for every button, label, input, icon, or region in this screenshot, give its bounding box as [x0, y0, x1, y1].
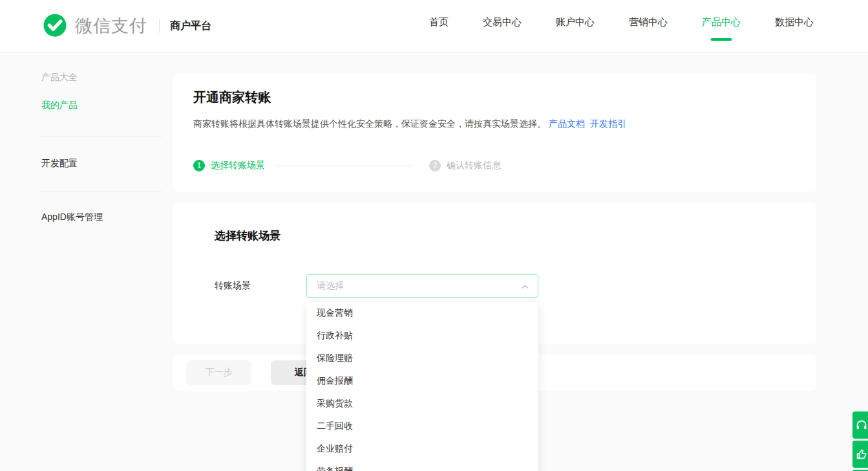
dropdown-option-secondhand[interactable]: 二手回收: [306, 415, 538, 437]
dropdown-option-admin-subsidy[interactable]: 行政补贴: [306, 324, 538, 347]
dropdown-option-enterprise-comp[interactable]: 企业赔付: [306, 437, 538, 460]
dropdown-option-cash-marketing[interactable]: 现金营销: [306, 301, 538, 324]
step-1-label: 选择转账场景: [211, 160, 265, 171]
sidebar-divider: [41, 192, 162, 192]
description-text: 商家转账将根据具体转账场景提供个性化安全策略，保证资金安全，请按真实场景选择。: [193, 118, 546, 129]
brand-divider: [159, 19, 160, 33]
stepper-connector: [274, 166, 414, 166]
step-1-circle: 1: [193, 160, 205, 171]
transfer-scene-label: 转账场景: [215, 280, 306, 292]
sidebar-section-product-catalog[interactable]: 产品大全: [41, 72, 173, 83]
nav-item-transaction-center[interactable]: 交易中心: [483, 16, 522, 28]
dropdown-option-procurement[interactable]: 采购货款: [306, 392, 538, 415]
sidebar-item-my-products[interactable]: 我的产品: [41, 100, 173, 111]
brand-wordmark: 微信支付: [75, 14, 147, 38]
dropdown-option-commission[interactable]: 佣金报酬: [306, 369, 538, 392]
brand: 微信支付 商户平台: [41, 12, 211, 39]
dropdown-option-insurance-claim[interactable]: 保险理赔: [306, 347, 538, 369]
sidebar-divider: [41, 137, 162, 137]
nav-item-marketing-center[interactable]: 营销中心: [629, 16, 668, 28]
feedback-widget[interactable]: [852, 441, 868, 468]
nav-item-data-center[interactable]: 数据中心: [775, 16, 814, 28]
nav-item-account-center[interactable]: 账户中心: [556, 16, 595, 28]
intro-card: 开通商家转账 商家转账将根据具体转账场景提供个性化安全策略，保证资金安全，请按真…: [173, 74, 816, 192]
transfer-scene-row: 转账场景 请选择: [215, 274, 816, 298]
page-description: 商家转账将根据具体转账场景提供个性化安全策略，保证资金安全，请按真实场景选择。产…: [193, 118, 796, 129]
step-2-label: 确认转账信息: [447, 160, 501, 171]
headset-icon: [854, 418, 868, 432]
top-header: 微信支付 商户平台 首页 交易中心 账户中心 营销中心 产品中心 数据中心: [0, 0, 868, 52]
nav-item-product-center[interactable]: 产品中心: [702, 16, 741, 28]
page-title: 开通商家转账: [193, 88, 796, 106]
main-nav: 首页 交易中心 账户中心 营销中心 产品中心 数据中心: [429, 0, 814, 28]
portal-title: 商户平台: [170, 19, 211, 33]
wechat-pay-logo-icon: [41, 12, 69, 39]
thumbs-up-icon: [854, 447, 868, 461]
active-tab-underline: [711, 38, 732, 41]
step-2-circle: 2: [429, 160, 441, 171]
product-doc-link[interactable]: 产品文档: [549, 118, 585, 129]
sidebar-item-appid-management[interactable]: AppID账号管理: [41, 212, 173, 223]
page: 微信支付 商户平台 首页 交易中心 账户中心 营销中心 产品中心 数据中心 产品…: [0, 0, 868, 471]
dropdown-option-labor-pay[interactable]: 劳务报酬: [306, 460, 538, 471]
select-placeholder: 请选择: [317, 280, 344, 292]
transfer-scene-select[interactable]: 请选择: [306, 274, 538, 298]
sidebar: 产品大全 我的产品 开发配置 AppID账号管理: [0, 52, 173, 391]
sidebar-item-dev-config[interactable]: 开发配置: [41, 158, 173, 170]
dev-guide-link[interactable]: 开发指引: [590, 118, 626, 129]
chevron-up-icon: [521, 283, 529, 291]
next-step-button[interactable]: 下一步: [186, 360, 251, 385]
stepper: 1 选择转账场景 2 确认转账信息: [193, 160, 796, 171]
nav-item-home[interactable]: 首页: [429, 16, 449, 28]
transfer-scene-dropdown: 现金营销 行政补贴 保险理赔 佣金报酬 采购货款 二手回收 企业赔付 劳务报酬: [306, 301, 538, 471]
form-heading: 选择转账场景: [215, 230, 816, 243]
nav-item-product-center-label: 产品中心: [702, 16, 741, 27]
customer-service-widget[interactable]: [852, 411, 868, 439]
